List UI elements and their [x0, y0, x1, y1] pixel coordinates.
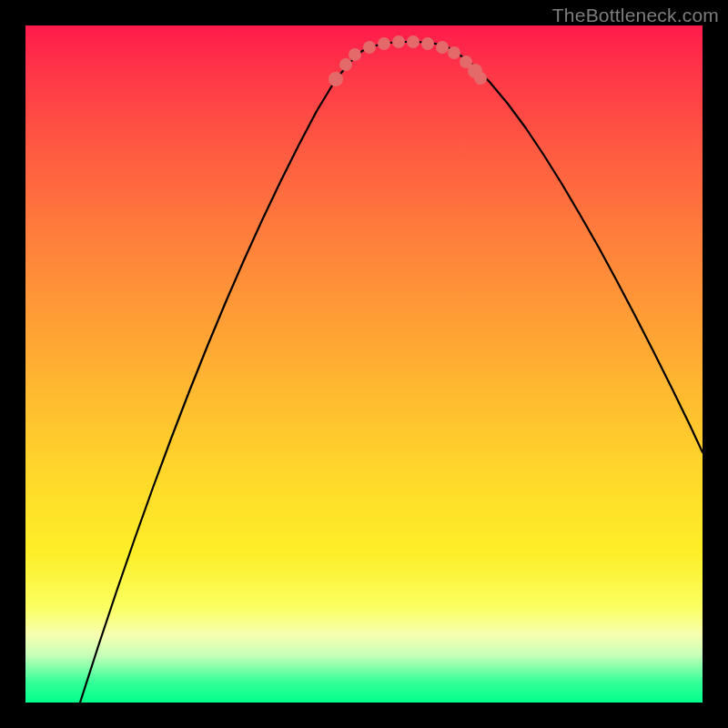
highlight-marker: [407, 35, 420, 48]
highlight-marker: [436, 41, 449, 54]
curve-left-branch: [80, 51, 362, 703]
curve-layer: [25, 25, 703, 703]
highlight-marker: [339, 58, 352, 71]
highlight-marker: [363, 41, 376, 54]
highlight-marker: [329, 72, 343, 86]
highlight-marker: [378, 37, 390, 50]
curve-group: [80, 42, 703, 703]
highlight-marker: [421, 37, 434, 50]
watermark-text: TheBottleneck.com: [552, 5, 719, 26]
highlight-marker: [448, 46, 460, 59]
curve-right-branch: [453, 50, 703, 452]
plot-area: [25, 25, 703, 703]
chart-frame: TheBottleneck.com: [0, 0, 728, 728]
highlight-marker: [349, 48, 361, 61]
highlight-marker: [474, 72, 487, 85]
highlight-marker: [392, 35, 405, 48]
